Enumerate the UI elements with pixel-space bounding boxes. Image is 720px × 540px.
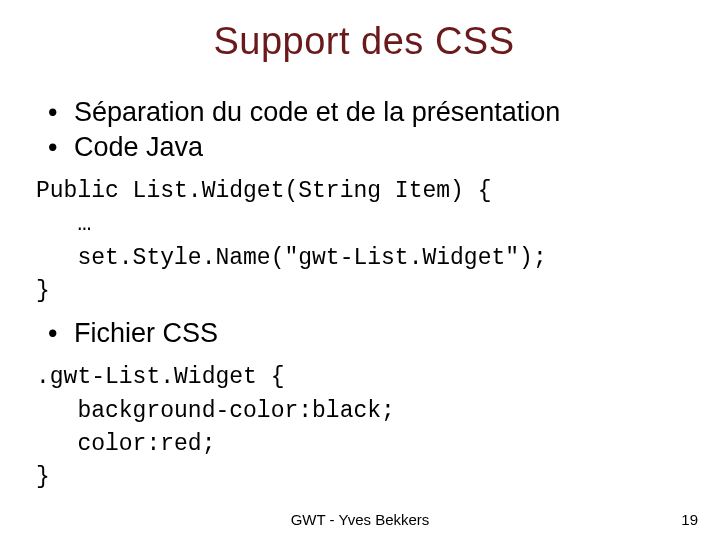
page-number: 19 xyxy=(681,511,698,528)
code-block-css: .gwt-List.Widget { background-color:blac… xyxy=(36,361,692,494)
code-block-java: Public List.Widget(String Item) { … set.… xyxy=(36,175,692,308)
slide-footer: GWT - Yves Bekkers xyxy=(0,511,720,528)
slide: Support des CSS Séparation du code et de… xyxy=(0,0,720,540)
bullet-list-1: Séparation du code et de la présentation… xyxy=(36,97,692,163)
bullet-item: Code Java xyxy=(48,132,692,163)
bullet-item: Fichier CSS xyxy=(48,318,692,349)
bullet-list-2: Fichier CSS xyxy=(36,318,692,349)
bullet-item: Séparation du code et de la présentation xyxy=(48,97,692,128)
slide-title: Support des CSS xyxy=(36,20,692,63)
